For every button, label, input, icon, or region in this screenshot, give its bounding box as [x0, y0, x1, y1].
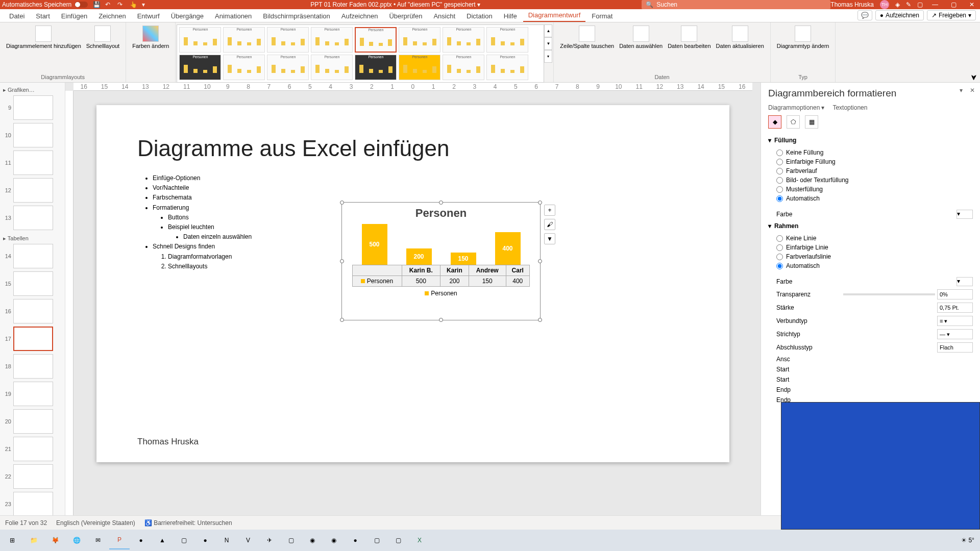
tab-bildschirmpräsentation[interactable]: Bildschirmpräsentation — [258, 10, 335, 22]
app-icon[interactable]: ● — [195, 531, 215, 549]
slide-thumb-18[interactable] — [13, 354, 53, 379]
app-icon[interactable]: ● — [345, 531, 365, 549]
fill-color-picker[interactable]: ▾ — [957, 210, 973, 219]
visio-icon[interactable]: V — [238, 531, 258, 549]
size-props-icon[interactable]: ▦ — [805, 115, 818, 129]
quick-layout-button[interactable]: Schnelllayout — [84, 24, 121, 50]
compound-type-dropdown[interactable]: ≡ ▾ — [937, 316, 973, 326]
obs-icon[interactable]: ◉ — [302, 531, 323, 549]
text-options-tab[interactable]: Textoptionen — [832, 104, 867, 111]
fill-option-2[interactable]: Farbverlauf — [776, 166, 973, 176]
slide-thumb-13[interactable] — [13, 206, 53, 230]
resize-handle[interactable] — [340, 201, 344, 205]
app-icon[interactable]: ▢ — [281, 531, 301, 549]
chart-styles-button[interactable]: 🖌 — [544, 219, 555, 230]
chart-plot-area[interactable]: 500200150400 — [342, 224, 540, 265]
tab-zeichnen[interactable]: Zeichnen — [93, 10, 131, 22]
slide-thumb-9[interactable] — [13, 95, 53, 120]
resize-handle[interactable] — [439, 201, 443, 205]
gallery-expand[interactable]: ▾ — [544, 50, 552, 63]
tab-start[interactable]: Start — [31, 10, 55, 22]
fill-option-1[interactable]: Einfarbige Füllung — [776, 157, 973, 166]
app-icon[interactable]: ▢ — [388, 531, 408, 549]
slide-thumb-17[interactable] — [13, 327, 53, 351]
dash-type-dropdown[interactable]: — ▾ — [937, 329, 973, 339]
fill-option-4[interactable]: Musterfüllung — [776, 185, 973, 194]
select-data-button[interactable]: Daten auswählen — [617, 24, 665, 50]
slide-thumb-12[interactable] — [13, 178, 53, 203]
tab-diagrammentwurf[interactable]: Diagrammentwurf — [523, 9, 586, 22]
chart-style-6[interactable]: Personen — [399, 27, 440, 53]
undo-icon[interactable]: ↶ — [105, 1, 112, 8]
tab-überprüfen[interactable]: Überprüfen — [384, 10, 427, 22]
slide-thumb-16[interactable] — [13, 299, 53, 323]
chart-legend[interactable]: Personen — [342, 287, 540, 300]
chart-style-14[interactable]: Personen — [399, 55, 440, 80]
gallery-scroll-up[interactable]: ▲ — [544, 24, 552, 37]
save-icon[interactable]: 💾 — [93, 1, 100, 8]
width-input[interactable]: 0,75 Pt. — [937, 303, 973, 313]
tab-einfügen[interactable]: Einfügen — [56, 10, 92, 22]
chart-style-9[interactable]: Personen — [179, 55, 221, 80]
border-option-2[interactable]: Farbverlaufslinie — [776, 252, 973, 261]
slide-canvas[interactable]: Diagramme aus Excel einfügen Einfüge-Opt… — [96, 105, 729, 462]
search-box[interactable]: 🔍 — [642, 0, 830, 9]
comments-icon[interactable]: 💬 — [857, 10, 872, 20]
tab-aufzeichnen[interactable]: Aufzeichnen — [336, 10, 383, 22]
border-option-3[interactable]: Automatisch — [776, 261, 973, 270]
tab-hilfe[interactable]: Hilfe — [499, 10, 522, 22]
vlc-icon[interactable]: ▲ — [152, 531, 173, 549]
more-qat-icon[interactable]: ▾ — [142, 1, 149, 8]
explorer-icon[interactable]: 📁 — [23, 531, 44, 549]
resize-handle[interactable] — [538, 259, 542, 263]
transparency-input[interactable]: 0% — [937, 289, 973, 299]
tab-übergänge[interactable]: Übergänge — [166, 10, 209, 22]
chart-style-12[interactable]: Personen — [311, 55, 353, 80]
language-indicator[interactable]: Englisch (Vereinigte Staaten) — [56, 519, 135, 527]
chart-style-4[interactable]: Personen — [311, 27, 353, 53]
fill-option-3[interactable]: Bild- oder Texturfüllung — [776, 176, 973, 185]
chart-style-5[interactable]: Personen — [355, 27, 397, 53]
slide-thumb-23[interactable] — [13, 492, 53, 515]
change-colors-button[interactable]: Farben ändern — [130, 24, 171, 50]
transparency-slider[interactable] — [843, 293, 935, 295]
pen-icon[interactable]: ✎ — [906, 1, 911, 8]
slide-thumb-21[interactable] — [13, 437, 53, 461]
powerpoint-icon[interactable]: P — [109, 531, 130, 549]
start-button[interactable]: ⊞ — [2, 531, 22, 549]
app-icon[interactable]: ◉ — [324, 531, 344, 549]
accessibility-check[interactable]: ♿ Barrierefreiheit: Untersuchen — [144, 519, 232, 527]
excel-icon[interactable]: X — [409, 531, 430, 549]
slide-thumb-19[interactable] — [13, 382, 53, 406]
chart-options-tab[interactable]: Diagrammoptionen ▾ — [768, 104, 824, 111]
chart-style-2[interactable]: Personen — [223, 27, 265, 53]
collapse-ribbon-icon[interactable]: ⮟ — [971, 74, 977, 81]
firefox-icon[interactable]: 🦊 — [45, 531, 65, 549]
edit-data-button[interactable]: Daten bearbeiten — [666, 24, 713, 50]
slide-thumb-14[interactable] — [13, 244, 53, 268]
chart-style-10[interactable]: Personen — [223, 55, 265, 80]
tab-ansicht[interactable]: Ansicht — [428, 10, 460, 22]
border-section-header[interactable]: ▾ Rahmen — [768, 220, 973, 232]
resize-handle[interactable] — [439, 318, 443, 322]
pane-collapse-icon[interactable]: ▾ — [960, 87, 963, 94]
pane-close-icon[interactable]: ✕ — [970, 87, 975, 94]
close-button[interactable]: ✕ — [966, 1, 978, 8]
chart-elements-button[interactable]: + — [544, 205, 555, 216]
effects-icon[interactable]: ⬠ — [787, 115, 800, 129]
minimize-button[interactable]: — — [929, 1, 941, 8]
user-avatar[interactable]: TH — [880, 0, 889, 9]
resize-handle[interactable] — [538, 201, 542, 205]
chart-style-3[interactable]: Personen — [267, 27, 309, 53]
app-icon[interactable]: ▢ — [366, 531, 387, 549]
chart-object[interactable]: Personen 500200150400 Karin B.KarinAndre… — [341, 202, 541, 320]
slide-thumb-15[interactable] — [13, 271, 53, 296]
resize-handle[interactable] — [340, 259, 344, 263]
refresh-data-button[interactable]: Daten aktualisieren — [714, 24, 766, 50]
fill-section-header[interactable]: ▾ Füllung — [768, 135, 973, 146]
maximize-button[interactable]: ▢ — [947, 1, 960, 8]
tab-dictation[interactable]: Dictation — [461, 10, 498, 22]
fill-option-5[interactable]: Automatisch — [776, 194, 973, 203]
gallery-scroll-down[interactable]: ▼ — [544, 37, 552, 50]
touch-mode-icon[interactable]: 👆 — [130, 1, 137, 8]
